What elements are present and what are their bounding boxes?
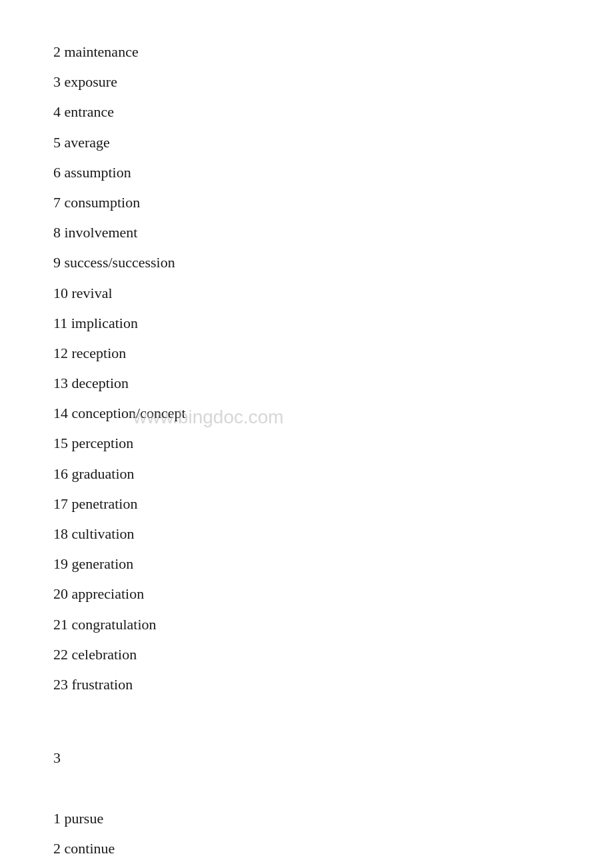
list-item: 9 success/succession bbox=[53, 251, 560, 274]
items-list-section2: 2 maintenance3 exposure4 entrance5 avera… bbox=[53, 40, 560, 696]
list-item: 7 consumption bbox=[53, 191, 560, 214]
list-item: 14 conception/concept bbox=[53, 401, 560, 425]
list-item: 13 deception bbox=[53, 371, 560, 395]
list-item: 15 perception bbox=[53, 431, 560, 455]
list-item: 1 pursue bbox=[53, 807, 560, 830]
list-item: 6 assumption bbox=[53, 161, 560, 184]
list-item: 3 exposure bbox=[53, 70, 560, 93]
list-item: 2 continue bbox=[53, 837, 560, 860]
list-item: 2 maintenance bbox=[53, 40, 560, 63]
list-item: 5 average bbox=[53, 131, 560, 154]
list-item: 10 revival bbox=[53, 281, 560, 305]
list-item: 23 frustration bbox=[53, 673, 560, 696]
list-item: 18 cultivation bbox=[53, 522, 560, 545]
list-item: 12 reception bbox=[53, 341, 560, 365]
list-item: 19 generation bbox=[53, 552, 560, 575]
list-item: 8 involvement bbox=[53, 221, 560, 244]
list-item: 4 entrance bbox=[53, 100, 560, 123]
list-item: 11 implication bbox=[53, 311, 560, 335]
list-item: 20 appreciation bbox=[53, 582, 560, 605]
items-list-section3: 1 pursue2 continue bbox=[53, 807, 560, 860]
list-item: 22 celebration bbox=[53, 643, 560, 666]
section3-number: 3 bbox=[53, 749, 560, 767]
list-item: 16 graduation bbox=[53, 462, 560, 485]
list-item: 17 penetration bbox=[53, 492, 560, 515]
list-item: 21 congratulation bbox=[53, 613, 560, 636]
